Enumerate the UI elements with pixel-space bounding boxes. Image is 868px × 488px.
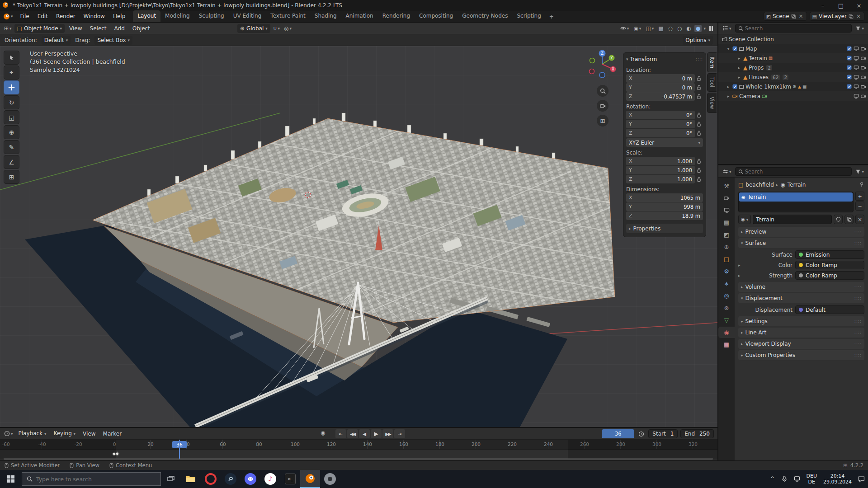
shading-wireframe-icon[interactable]: ◌ xyxy=(667,25,674,32)
gizmos-dropdown-icon[interactable]: ◉▾ xyxy=(632,25,642,32)
render-visibility-icon[interactable] xyxy=(861,84,866,89)
menu-select[interactable]: Select xyxy=(87,23,110,34)
render-visibility-icon[interactable] xyxy=(861,56,866,61)
tab-shading[interactable]: Shading xyxy=(310,10,341,22)
perspective-toggle-icon[interactable]: ⊞ xyxy=(597,115,609,127)
fake-user-icon[interactable] xyxy=(834,215,843,224)
terminal-icon[interactable]: >_ xyxy=(280,470,300,488)
npanel-tab-view[interactable]: View xyxy=(707,93,717,113)
tab-output[interactable] xyxy=(718,205,735,216)
orientation-dropdown[interactable]: ⊕ Global ▾ xyxy=(237,24,270,33)
playhead-frame-label[interactable]: 36 xyxy=(172,441,187,448)
blender-menu-icon[interactable]: ▾ xyxy=(0,13,16,20)
dimensions-z-field[interactable]: Z18.9 m xyxy=(626,211,703,220)
properties-filter-icon[interactable]: ▾ xyxy=(854,169,865,174)
timeline-editor-icon[interactable]: ▾ xyxy=(3,431,14,436)
lock-icon[interactable] xyxy=(697,177,703,182)
remove-viewlayer-icon[interactable]: × xyxy=(855,13,862,19)
expand-icon[interactable]: ▸ xyxy=(736,56,742,61)
blender-taskbar-icon[interactable] xyxy=(300,470,320,488)
menu-marker[interactable]: Marker xyxy=(100,428,125,440)
viewport-visibility-icon[interactable] xyxy=(854,75,859,80)
navigation-gizmo[interactable]: Z Y X xyxy=(586,48,618,80)
scene-selector[interactable]: ◩ Scene × xyxy=(764,12,807,21)
tab-tool[interactable]: ⚒ xyxy=(718,180,735,192)
outliner-row-terrain[interactable]: ▸ ▲ Terrain ▦ xyxy=(718,53,868,63)
render-visibility-icon[interactable] xyxy=(861,94,866,99)
jump-to-start-button[interactable]: ⇤ xyxy=(335,429,346,438)
checkbox-icon[interactable] xyxy=(847,56,852,61)
lock-icon[interactable] xyxy=(697,168,703,173)
scene-render[interactable] xyxy=(0,46,717,427)
tab-animation[interactable]: Animation xyxy=(341,10,378,22)
outliner-editor-icon[interactable]: ▾ xyxy=(721,25,733,31)
xray-toggle-icon[interactable]: ▩ xyxy=(657,25,665,32)
viewport-canvas[interactable]: User Perspective (36) Scene Collection |… xyxy=(0,46,717,427)
remove-slot-button[interactable]: − xyxy=(855,202,864,211)
rotation-y-field[interactable]: Y0° xyxy=(626,120,695,128)
extra-app-icon[interactable] xyxy=(320,470,340,488)
browse-material-dropdown[interactable]: ◉▾ xyxy=(738,215,751,224)
outliner-row-camera[interactable]: ▸ Camera xyxy=(718,91,868,101)
outliner-row-props[interactable]: ▸ ▲ Props 2 xyxy=(718,63,868,72)
render-visibility-icon[interactable] xyxy=(861,75,866,80)
menu-render[interactable]: Render xyxy=(52,10,80,22)
file-explorer-icon[interactable] xyxy=(181,470,201,488)
display-tray-icon[interactable] xyxy=(791,470,803,488)
use-preview-range-icon[interactable] xyxy=(637,431,646,437)
tab-object[interactable]: □ xyxy=(718,253,735,265)
viewport-visibility-icon[interactable] xyxy=(854,56,859,61)
shading-material-icon[interactable]: ◐ xyxy=(685,25,693,32)
lock-icon[interactable] xyxy=(697,113,703,118)
task-view-button[interactable] xyxy=(161,470,181,488)
checkbox-icon[interactable] xyxy=(847,65,852,70)
snap-toggle-icon[interactable]: ∪▾ xyxy=(272,25,281,32)
npanel-tab-item[interactable]: Item xyxy=(707,52,717,72)
panel-settings[interactable]: ▸Settings:::: xyxy=(738,316,864,326)
exclude-checkbox-icon[interactable] xyxy=(732,84,737,89)
checkbox-icon[interactable] xyxy=(847,75,852,80)
add-slot-button[interactable]: + xyxy=(855,192,864,201)
discord-icon[interactable] xyxy=(241,470,260,488)
prev-keyframe-button[interactable]: ◀◀ xyxy=(347,429,358,438)
auto-keying-icon[interactable]: ◉ xyxy=(319,429,326,436)
menu-help[interactable]: Help xyxy=(109,10,129,22)
outliner-search[interactable] xyxy=(735,24,852,33)
transform-collapse-icon[interactable]: ▾ xyxy=(626,57,628,61)
location-y-field[interactable]: Y0 m xyxy=(626,83,695,92)
tab-rendering[interactable]: Rendering xyxy=(378,10,415,22)
scale-y-field[interactable]: Y1.000 xyxy=(626,166,695,174)
notification-center-icon[interactable] xyxy=(855,470,868,488)
material-slot-selected[interactable]: ◉ Terrain xyxy=(739,192,853,202)
taskbar-search-input[interactable] xyxy=(36,476,156,483)
lock-icon[interactable] xyxy=(697,131,703,136)
outliner-filter-icon[interactable]: ▾ xyxy=(854,26,865,31)
visibility-dropdown-icon[interactable]: ▾ xyxy=(619,25,631,31)
material-slot-list[interactable]: ◉ Terrain xyxy=(738,192,854,212)
tab-scripting[interactable]: Scripting xyxy=(512,10,545,22)
rotation-x-field[interactable]: X0° xyxy=(626,111,695,119)
scale-x-field[interactable]: X1.000 xyxy=(626,157,695,165)
dimensions-x-field[interactable]: X1065 m xyxy=(626,193,703,202)
measure-tool[interactable]: ∠ xyxy=(4,155,19,169)
scale-z-field[interactable]: Z1.000 xyxy=(626,175,695,183)
new-viewlayer-icon[interactable] xyxy=(849,14,854,19)
tab-render[interactable] xyxy=(718,192,735,204)
panel-line-art[interactable]: ▸Line Art:::: xyxy=(738,328,864,338)
expand-icon[interactable]: ▸ xyxy=(736,66,742,70)
npanel-tab-tool[interactable]: Tool xyxy=(707,73,717,91)
menu-keying[interactable]: Keying ▾ xyxy=(50,427,79,440)
tab-view-layer[interactable]: ▤ xyxy=(718,217,735,228)
exclude-checkbox-icon[interactable] xyxy=(732,46,737,51)
menu-view[interactable]: View xyxy=(66,23,85,34)
orientation-setting-dropdown[interactable]: Default▾ xyxy=(42,36,71,45)
viewport-visibility-icon[interactable] xyxy=(854,84,859,89)
tab-modeling[interactable]: Modeling xyxy=(160,10,194,22)
hidden-icons-chevron[interactable]: ^ xyxy=(767,470,778,488)
checkbox-icon[interactable] xyxy=(847,84,852,89)
pin-icon[interactable] xyxy=(859,182,864,188)
properties-subpanel[interactable]: ▸Properties xyxy=(626,224,703,233)
microphone-tray-icon[interactable] xyxy=(778,470,791,488)
menu-add[interactable]: Add xyxy=(111,23,128,34)
tab-texture[interactable]: ▦ xyxy=(718,339,735,350)
